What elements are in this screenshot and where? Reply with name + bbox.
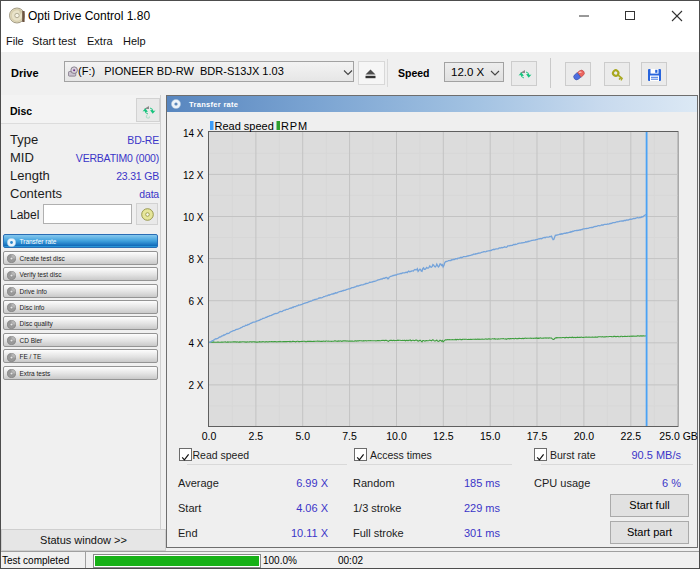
svg-text:10.0: 10.0 — [386, 430, 407, 442]
svg-text:17.5: 17.5 — [527, 430, 548, 442]
svg-text:RPM: RPM — [281, 120, 308, 132]
svg-text:2.5: 2.5 — [249, 430, 264, 442]
svg-text:2 X: 2 X — [188, 380, 203, 391]
svg-text:8 X: 8 X — [188, 254, 203, 265]
svg-text:25.0 GB: 25.0 GB — [659, 430, 698, 442]
svg-text:5.0: 5.0 — [295, 430, 310, 442]
svg-text:12 X: 12 X — [183, 170, 204, 181]
svg-text:12.5: 12.5 — [433, 430, 454, 442]
svg-text:15.0: 15.0 — [480, 430, 501, 442]
svg-text:6 X: 6 X — [188, 296, 203, 307]
svg-text:Read speed: Read speed — [215, 120, 274, 132]
svg-text:14 X: 14 X — [183, 128, 204, 139]
svg-text:22.5: 22.5 — [621, 430, 642, 442]
svg-text:10 X: 10 X — [183, 212, 204, 223]
svg-text:7.5: 7.5 — [342, 430, 357, 442]
svg-text:0.0: 0.0 — [202, 430, 217, 442]
svg-text:4 X: 4 X — [188, 338, 203, 349]
svg-text:20.0: 20.0 — [574, 430, 595, 442]
